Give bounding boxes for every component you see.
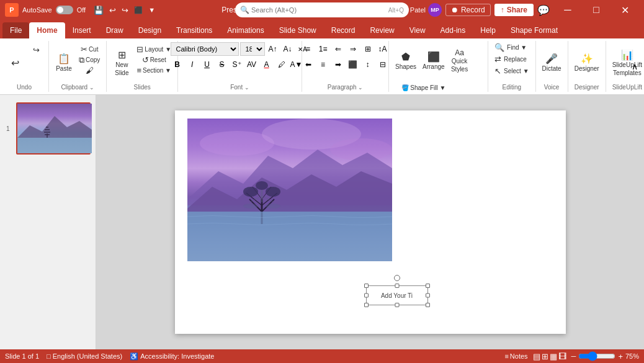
italic-btn[interactable]: I bbox=[186, 58, 199, 71]
reset-btn[interactable]: ↺ Reset bbox=[134, 55, 174, 65]
autosave-toggle[interactable] bbox=[56, 6, 73, 14]
line-spacing-btn[interactable]: ↕ bbox=[361, 58, 375, 71]
select-btn[interactable]: ↖ Select ▼ bbox=[492, 66, 531, 76]
tab-file[interactable]: File bbox=[2, 22, 29, 38]
rotate-handle[interactable] bbox=[394, 275, 400, 281]
minimize-btn[interactable]: ─ bbox=[553, 0, 582, 20]
new-slide-btn[interactable]: ⊞ New Slide bbox=[110, 45, 133, 82]
highlight-btn[interactable]: 🖊 bbox=[275, 58, 288, 71]
tab-record[interactable]: Record bbox=[324, 22, 363, 38]
increase-indent-btn[interactable]: ⇒ bbox=[346, 42, 360, 56]
smartart-btn[interactable]: ⊟ bbox=[376, 58, 390, 71]
handle-ml[interactable] bbox=[364, 294, 369, 298]
strikethrough-btn[interactable]: S bbox=[215, 58, 229, 71]
handle-tl[interactable] bbox=[364, 284, 369, 288]
handle-bl[interactable] bbox=[364, 303, 369, 307]
underline-btn[interactable]: U bbox=[200, 58, 214, 71]
save-btn[interactable]: 💾 bbox=[92, 5, 105, 16]
handle-tr[interactable] bbox=[426, 284, 430, 288]
undo-btn[interactable]: ↩ bbox=[4, 45, 26, 82]
replace-btn[interactable]: ⇄ Replace bbox=[492, 54, 529, 65]
tab-shapeformat[interactable]: Shape Format bbox=[503, 22, 565, 38]
handle-br[interactable] bbox=[426, 303, 430, 307]
tab-design[interactable]: Design bbox=[131, 22, 169, 38]
svg-point-12 bbox=[266, 187, 280, 197]
close-btn[interactable]: ✕ bbox=[610, 0, 639, 20]
designer-btn[interactable]: ✨ Designer bbox=[572, 45, 602, 82]
tab-insert[interactable]: Insert bbox=[65, 22, 99, 38]
decrease-indent-btn[interactable]: ⇐ bbox=[331, 42, 345, 56]
format-painter-btn[interactable]: 🖌 bbox=[76, 66, 102, 75]
bold-btn[interactable]: B bbox=[171, 58, 184, 71]
slide-textbox[interactable]: Add Your Ti bbox=[366, 285, 428, 305]
slideshow-view-btn[interactable]: 🎞 bbox=[558, 352, 566, 361]
find-btn[interactable]: 🔍 Find ▼ bbox=[492, 42, 529, 53]
font-name-select[interactable]: Calibri (Body) bbox=[171, 42, 239, 56]
undo-qa-btn[interactable]: ↩ bbox=[107, 5, 118, 16]
align-center-btn[interactable]: ≡ bbox=[316, 58, 330, 71]
quick-styles-btn[interactable]: Aa Quick Styles bbox=[449, 42, 471, 79]
decrease-font-btn[interactable]: A↓ bbox=[281, 42, 295, 56]
accessibility-indicator[interactable]: ♿ Accessibility: Investigate bbox=[130, 352, 214, 361]
justify-btn[interactable]: ⬛ bbox=[346, 58, 360, 71]
slide-thumbnail[interactable]: 1 bbox=[16, 102, 91, 155]
record-button[interactable]: ⏺ Record bbox=[445, 4, 491, 16]
notes-btn[interactable]: ≡ Notes bbox=[504, 352, 527, 360]
zoom-fit-btn[interactable]: ─ bbox=[571, 352, 576, 360]
tab-transitions[interactable]: Transitions bbox=[169, 22, 220, 38]
maximize-btn[interactable]: □ bbox=[582, 0, 610, 20]
slide-canvas[interactable]: Add Your Ti bbox=[175, 110, 566, 334]
char-spacing-btn[interactable]: AV bbox=[245, 58, 259, 71]
search-input[interactable] bbox=[235, 2, 409, 17]
shape-fill-btn[interactable]: 🪣 Shape Fill ▼ bbox=[393, 83, 454, 92]
layout-btn[interactable]: ⊟ Layout ▼ bbox=[134, 45, 174, 54]
align-left-btn[interactable]: ⬅ bbox=[302, 58, 315, 71]
handle-bm[interactable] bbox=[395, 303, 399, 307]
share-icon: ↑ bbox=[501, 6, 504, 14]
tab-slideshow[interactable]: Slide Show bbox=[272, 22, 324, 38]
slide-sorter-btn[interactable]: ⊞ bbox=[542, 352, 548, 361]
align-right-btn[interactable]: ➡ bbox=[331, 58, 345, 71]
share-button[interactable]: ↑ Share bbox=[494, 4, 534, 16]
designer-buttons: ✨ Designer bbox=[572, 41, 602, 84]
zoom-slider[interactable] bbox=[578, 352, 615, 360]
dictate-btn[interactable]: 🎤 Dictate bbox=[540, 45, 564, 82]
collapse-ribbon-btn[interactable]: ∧ bbox=[630, 60, 639, 73]
handle-tm[interactable] bbox=[395, 284, 399, 288]
arrange-btn[interactable]: ⬛ Arrange bbox=[420, 42, 447, 79]
zoom-in-btn[interactable]: + bbox=[618, 352, 623, 361]
avatar[interactable]: MP bbox=[428, 3, 442, 17]
text-dir-btn[interactable]: ↕A bbox=[376, 42, 390, 56]
font-color-btn[interactable]: A bbox=[260, 58, 274, 71]
cols-btn[interactable]: ⊞ bbox=[361, 42, 375, 56]
copy-btn[interactable]: ⧉ Copy bbox=[76, 55, 102, 65]
tab-view[interactable]: View bbox=[402, 22, 433, 38]
redo-btn[interactable]: ↪ bbox=[27, 45, 45, 55]
reading-view-btn[interactable]: ▦ bbox=[550, 352, 557, 361]
font-size-select[interactable]: 18 bbox=[240, 42, 265, 56]
tab-help[interactable]: Help bbox=[473, 22, 503, 38]
more-qa-btn[interactable]: ▼ bbox=[146, 5, 157, 16]
redo-qa-btn[interactable]: ↪ bbox=[120, 5, 130, 16]
shadow-btn[interactable]: S⁺ bbox=[230, 58, 244, 71]
cut-btn[interactable]: ✂ Cut bbox=[76, 45, 102, 54]
present-qa-btn[interactable]: ⬛ bbox=[132, 5, 145, 16]
title-bar: P AutoSave Off 💾 ↩ ↪ ⬛ ▼ Presentation1 -… bbox=[0, 0, 644, 20]
tab-review[interactable]: Review bbox=[362, 22, 401, 38]
svg-point-13 bbox=[256, 181, 268, 190]
comments-button[interactable]: 💬 bbox=[537, 4, 550, 16]
bullets-btn[interactable]: ≡ bbox=[302, 42, 315, 56]
tab-home[interactable]: Home bbox=[29, 22, 65, 38]
handle-mr[interactable] bbox=[426, 294, 430, 298]
numbering-btn[interactable]: 1≡ bbox=[316, 42, 330, 56]
section-btn[interactable]: ≡ Section ▼ bbox=[134, 66, 174, 75]
tab-addins[interactable]: Add-ins bbox=[433, 22, 473, 38]
clipboard-group-label: Clipboard ⌄ bbox=[53, 84, 102, 92]
paste-btn[interactable]: 📋 Paste bbox=[53, 45, 75, 82]
increase-font-btn[interactable]: A↑ bbox=[266, 42, 280, 56]
tab-animations[interactable]: Animations bbox=[220, 22, 271, 38]
shapes-btn[interactable]: ⬟ Shapes bbox=[393, 42, 419, 79]
normal-view-btn[interactable]: ▤ bbox=[533, 352, 540, 361]
tab-draw[interactable]: Draw bbox=[99, 22, 131, 38]
list-row: ≡ 1≡ ⇐ ⇒ ⊞ ↕A bbox=[302, 42, 390, 56]
